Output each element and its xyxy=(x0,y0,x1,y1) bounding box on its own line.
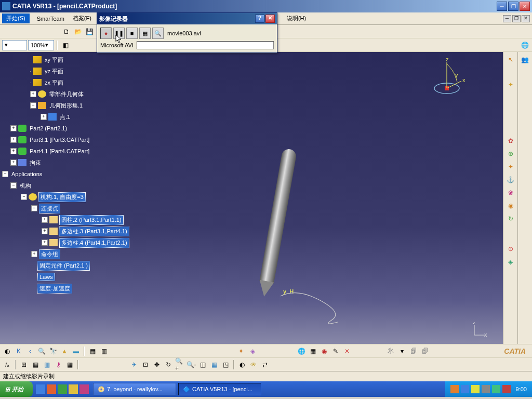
tree-joint2[interactable]: 多边柱.3 (Part3.1,Part4.1) xyxy=(59,227,129,236)
tree-part4[interactable]: Part4.1 [Part4.CATPart] xyxy=(28,148,91,155)
menu-help[interactable]: 说明(H) xyxy=(283,13,310,24)
select-arrow-icon[interactable]: ↖ xyxy=(505,54,516,65)
tool-icon[interactable]: ◈ xyxy=(247,346,258,356)
dialog-close-button[interactable]: ✕ xyxy=(265,15,275,23)
ql-icon[interactable] xyxy=(58,384,67,394)
maximize-button[interactable]: ❐ xyxy=(508,2,518,11)
menu-start[interactable]: 开始(S) xyxy=(2,14,30,23)
tool-icon[interactable]: ✎ xyxy=(330,346,341,356)
tool-icon[interactable]: ◉ xyxy=(505,200,516,211)
first-icon[interactable]: K xyxy=(14,346,24,356)
menu-file[interactable]: 档案(F) xyxy=(69,13,96,24)
tree-fixed[interactable]: 固定元件 (Part2.1 ) xyxy=(37,261,90,271)
fit-all-icon[interactable]: ⊡ xyxy=(140,360,151,370)
save-button[interactable]: 💾 xyxy=(84,26,95,37)
stop-button[interactable]: ■ xyxy=(126,28,138,39)
tool-icon[interactable]: ▾ xyxy=(397,346,407,356)
compass-widget[interactable]: z y x xyxy=(430,56,467,98)
record-button[interactable]: ● xyxy=(100,28,112,39)
dialog-help-button[interactable]: ? xyxy=(255,15,264,23)
fly-icon[interactable]: ✈ xyxy=(129,360,139,370)
expander-icon[interactable]: − xyxy=(10,182,17,189)
binoculars-icon[interactable]: 🔭 xyxy=(48,346,58,356)
tray-icon[interactable] xyxy=(471,385,480,393)
ql-icon[interactable] xyxy=(79,384,89,394)
tool-icon[interactable]: ▦ xyxy=(308,346,318,356)
tool-icon[interactable]: ◐ xyxy=(2,346,12,356)
tree-applications[interactable]: Applications xyxy=(10,170,44,178)
tool-icon[interactable]: ▬ xyxy=(71,346,81,356)
pan-icon[interactable]: ✥ xyxy=(152,360,162,370)
expander-icon[interactable]: + xyxy=(42,217,48,223)
expander-icon[interactable]: − xyxy=(31,205,37,211)
expander-icon[interactable]: + xyxy=(30,91,36,97)
minimize-button[interactable]: ─ xyxy=(497,2,507,11)
normal-view-icon[interactable]: ◫ xyxy=(197,360,208,370)
tray-icon[interactable] xyxy=(492,385,500,393)
pencil-3d-model[interactable] xyxy=(258,148,297,294)
tray-icon[interactable] xyxy=(502,385,511,393)
tree-xy-plane[interactable]: xy 平面 xyxy=(43,56,65,64)
tool-icon[interactable]: ▦ xyxy=(30,360,41,370)
fx-icon[interactable]: fₓ xyxy=(2,360,12,370)
globe-icon[interactable]: 🌐 xyxy=(520,40,530,50)
tree-joint1[interactable]: 圆柱.2 (Part3.1,Part1.1) xyxy=(59,215,124,225)
zoom-in-icon[interactable]: 🔍+ xyxy=(175,360,185,370)
tree-mechanism1[interactable]: 机构.1, 自由度=3 xyxy=(38,192,86,202)
tree-constraints[interactable]: 拘束 xyxy=(28,158,43,167)
tool-icon[interactable]: 🌐 xyxy=(296,346,307,356)
tool-icon[interactable]: ✿ xyxy=(505,135,516,147)
tray-icon[interactable] xyxy=(482,385,490,393)
new-button[interactable]: 🗋 xyxy=(61,26,72,37)
expander-icon[interactable]: + xyxy=(42,228,48,234)
settings-button[interactable]: ▦ xyxy=(139,28,151,39)
tool-icon[interactable]: ◈ xyxy=(505,256,516,268)
doc-minimize-button[interactable]: ─ xyxy=(503,15,511,22)
browse-button[interactable]: 🔍 xyxy=(152,28,164,39)
iso-view-icon[interactable]: ◳ xyxy=(220,360,231,370)
tool-icon[interactable]: ▥ xyxy=(99,346,109,356)
zoom-combo[interactable]: 100% ▾ xyxy=(28,40,54,50)
tree-commands[interactable]: 命令组 xyxy=(39,249,60,259)
tool-icon[interactable]: 👥 xyxy=(520,54,531,65)
toolbar-icon[interactable]: ◧ xyxy=(60,40,71,50)
tool-icon[interactable]: ▦ xyxy=(64,360,75,370)
tree-point[interactable]: 点.1 xyxy=(58,113,72,122)
tool-icon[interactable]: ✦ xyxy=(505,161,516,172)
expander-icon[interactable]: − xyxy=(2,171,8,177)
tool-icon[interactable]: ⊙ xyxy=(505,243,516,255)
tool-icon[interactable]: ▲ xyxy=(59,346,70,356)
3d-viewport[interactable]: xy 平面 yz 平面 zx 平面 +零部件几何体 −几何图形集.1 +点.1 … xyxy=(0,52,503,344)
tool-icon[interactable]: ▥ xyxy=(42,360,52,370)
expander-icon[interactable]: − xyxy=(30,102,36,109)
expander-icon[interactable]: + xyxy=(10,148,17,154)
expander-icon[interactable]: + xyxy=(10,125,17,131)
shading-icon[interactable]: ◐ xyxy=(237,360,247,370)
tool-icon[interactable]: ❀ xyxy=(505,187,516,198)
rotate-icon[interactable]: ↻ xyxy=(163,360,174,370)
tree-laws[interactable]: Laws xyxy=(37,273,55,281)
view-combo[interactable]: ▾ xyxy=(2,40,27,50)
tree-mechanisms[interactable]: 机构 xyxy=(18,181,33,190)
prev-icon[interactable]: ‹ xyxy=(25,346,35,356)
expander-icon[interactable]: + xyxy=(31,251,37,257)
tree-speeds[interactable]: 速度-加速度 xyxy=(37,284,72,294)
tree-geoset[interactable]: 几何图形集.1 xyxy=(48,101,84,110)
tree-yz-plane[interactable]: yz 平面 xyxy=(43,67,65,76)
ql-icon[interactable] xyxy=(36,384,45,394)
swap-icon[interactable]: ⇄ xyxy=(260,360,270,370)
close-button[interactable]: ✕ xyxy=(520,2,530,11)
doc-restore-button[interactable]: ❐ xyxy=(512,15,521,22)
specification-tree[interactable]: xy 平面 yz 平面 zx 平面 +零部件几何体 −几何图形集.1 +点.1 … xyxy=(2,54,129,294)
taskbar-task-active[interactable]: 🔷 CATIA V5R13 - [penci... xyxy=(178,383,261,395)
menu-smarteam[interactable]: SmarTeam xyxy=(33,14,69,23)
tool-icon[interactable]: 🗐 xyxy=(420,346,430,356)
pause-button[interactable]: ❚❚ xyxy=(113,28,125,39)
search-icon[interactable]: 🔍 xyxy=(36,346,47,356)
tool-icon[interactable]: ⊕ xyxy=(505,148,516,159)
tool-icon[interactable]: ✕ xyxy=(342,346,352,356)
expander-icon[interactable]: + xyxy=(41,114,47,120)
hide-show-icon[interactable]: 👁 xyxy=(248,360,259,370)
tool-icon[interactable]: ✦ xyxy=(236,346,246,356)
video-recorder-dialog[interactable]: 影像记录器 ? ✕ ● ❚❚ ■ ▦ 🔍 movie003.avi Micros… xyxy=(97,12,277,53)
